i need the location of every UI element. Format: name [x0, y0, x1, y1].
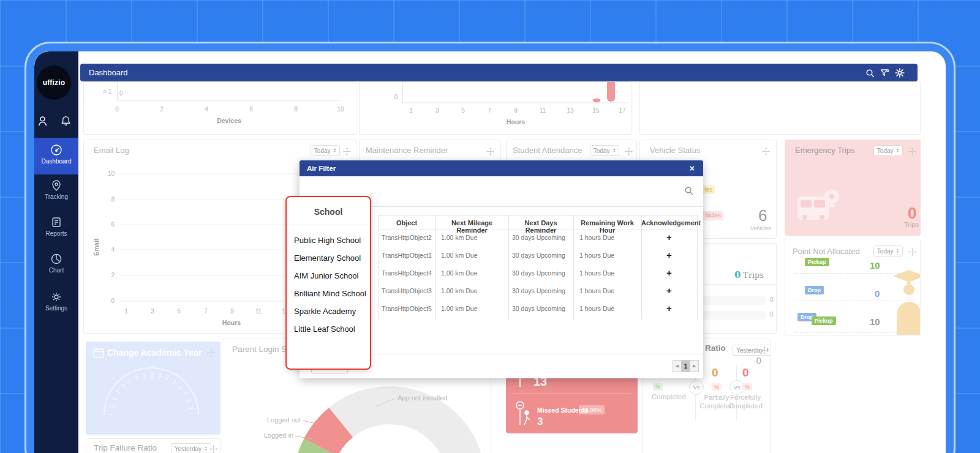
acknowledge-plus-button[interactable]: +	[641, 250, 697, 260]
pagination-current-page[interactable]: 1	[681, 360, 690, 372]
search-icon[interactable]	[865, 69, 875, 80]
dashboard-icon	[50, 144, 62, 156]
school-option[interactable]: Sparkle Academy	[287, 302, 370, 320]
forcefully-completed-value: 0	[742, 366, 749, 380]
select-arrows-icon	[897, 148, 899, 153]
svg-text:8: 8	[111, 196, 115, 203]
drop-pickup-value: 10	[870, 316, 880, 327]
card-title: Emergency Trips	[795, 146, 855, 155]
cell-object: TransHttpObject1	[382, 252, 432, 259]
school-option[interactable]: AIM Junior School	[287, 267, 370, 285]
cell-mileage: 1.00 km Due	[441, 252, 478, 259]
acknowledge-plus-button[interactable]: +	[641, 232, 697, 242]
cell-hours: 1 hours Due	[579, 269, 614, 277]
login-status-donut-chart	[222, 376, 491, 453]
sidebar-item-tracking[interactable]: Tracking	[34, 179, 78, 200]
sidebar-item-dashboard[interactable]: Dashboard	[34, 138, 78, 174]
sidebar-item-label: Chart	[49, 267, 64, 274]
drag-move-icon[interactable]	[761, 346, 769, 354]
app-logo: uffizio	[37, 66, 71, 100]
cell-hours: 1 hours Due	[579, 305, 614, 312]
profile-icon[interactable]	[37, 115, 48, 129]
completed-pct-badge: %	[653, 383, 663, 391]
sidebar-item-settings[interactable]: Settings	[34, 291, 78, 312]
device-frame: uffizio Dashboard Tr	[24, 42, 956, 453]
drag-move-icon[interactable]	[908, 247, 916, 255]
svg-text:2: 2	[111, 272, 115, 279]
card-title: Vehicle Status	[650, 146, 700, 155]
svg-text:13: 13	[567, 107, 574, 114]
acknowledge-plus-button[interactable]: +	[641, 303, 697, 313]
sidebar-item-reports[interactable]: Reports	[34, 216, 78, 237]
drag-move-icon[interactable]	[762, 147, 770, 155]
partially-completed-value: 0	[712, 366, 718, 380]
svg-text:0: 0	[115, 106, 119, 113]
drop-value: 0	[875, 288, 880, 299]
close-icon[interactable]: ×	[690, 160, 695, 176]
donut-label-logged-out: Logged out	[259, 416, 301, 424]
svg-text:0: 0	[119, 90, 123, 97]
page-title: Dashboard	[89, 64, 128, 81]
svg-text:2: 2	[160, 106, 164, 113]
svg-text:15: 15	[592, 107, 600, 114]
drag-move-icon[interactable]	[908, 147, 916, 155]
drop-badge: Drop	[805, 286, 824, 294]
col-header-remaining-hour[interactable]: Remaining Work Hour	[573, 219, 641, 234]
svg-text:1: 1	[409, 107, 413, 114]
modal-search-icon[interactable]	[684, 186, 693, 198]
page-header: Dashboard	[80, 64, 918, 81]
svg-text:10: 10	[108, 170, 115, 177]
donut-label-logged-in: Logged in	[251, 432, 293, 439]
cell-mileage: 1.00 km Due	[441, 269, 478, 277]
cell-hours: 1 hours Due	[579, 287, 614, 294]
emergency-trips-unit: Trips	[904, 221, 919, 228]
header-settings-gear-icon[interactable]	[895, 68, 905, 80]
sidebar-item-chart[interactable]: Chart	[34, 253, 78, 274]
svg-text:4: 4	[205, 106, 208, 113]
school-option[interactable]: Public High School	[287, 231, 370, 249]
bus-alert-icon	[797, 189, 845, 227]
hours-bar-chart: 0 1 3 5 7 9 11 13 15 17 Hours	[360, 82, 632, 135]
drag-move-icon[interactable]	[486, 147, 494, 155]
email-log-period-select[interactable]: Today	[311, 145, 340, 156]
svg-text:9: 9	[230, 308, 234, 315]
drag-move-icon[interactable]	[209, 444, 217, 452]
pickup-value: 10	[870, 260, 880, 271]
select-arrows-icon	[334, 148, 336, 153]
student-attendance-period-select[interactable]: Today	[590, 145, 619, 156]
svg-text:7: 7	[488, 107, 491, 114]
svg-text:3: 3	[435, 107, 439, 114]
drag-move-icon[interactable]	[343, 147, 351, 155]
svg-text:Hours: Hours	[507, 118, 525, 125]
cell-object: TransHttpObject4	[382, 269, 432, 277]
cell-days: 30 days Upcoming	[512, 305, 565, 312]
trip-failure-period-select[interactable]: Yesterday	[171, 443, 211, 453]
col-header-object[interactable]: Object	[378, 219, 435, 226]
col-header-next-days[interactable]: Next Days Reminder	[508, 219, 573, 234]
forcefully-pct-badge: %	[742, 383, 752, 391]
pagination-next-button[interactable]: ▶	[690, 360, 699, 372]
hours-chart-card: 0 1 3 5 7 9 11 13 15 17 Hours	[359, 81, 632, 135]
school-option[interactable]: Brilliant Mind School	[287, 285, 370, 302]
emergency-trips-card: Emergency Trips Today 0 Trips	[785, 140, 921, 236]
filter-funnel-icon[interactable]	[880, 69, 889, 80]
svg-text:> 1: > 1	[103, 88, 112, 95]
col-header-next-mileage[interactable]: Next Mileage Reminder	[435, 219, 508, 234]
svg-text:5: 5	[177, 308, 181, 315]
pickup-badge: Pickup	[812, 316, 836, 325]
pagination-prev-button[interactable]: ◀	[673, 360, 682, 372]
school-option[interactable]: Little Leaf School	[287, 320, 370, 338]
acknowledge-plus-button[interactable]: +	[641, 285, 697, 296]
svg-text:7: 7	[204, 308, 208, 315]
sidebar: uffizio Dashboard Tr	[34, 51, 78, 453]
select-arrows-icon	[613, 148, 616, 153]
notifications-bell-icon[interactable]	[60, 115, 72, 129]
acknowledge-plus-button[interactable]: +	[641, 268, 697, 278]
drag-move-icon[interactable]	[625, 147, 633, 155]
col-header-acknowledgement[interactable]: Acknowledgement	[641, 219, 697, 226]
point-not-allocated-period-select[interactable]: Today	[873, 245, 903, 256]
sidebar-item-label: Dashboard	[42, 158, 72, 165]
school-option[interactable]: Elementary School	[287, 249, 370, 267]
card-title: Point Not Allocated	[793, 247, 860, 256]
emergency-trips-period-select[interactable]: Today	[873, 145, 903, 156]
